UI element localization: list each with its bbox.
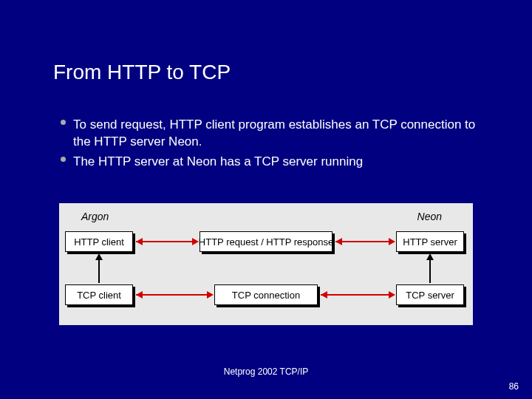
arrow-left-icon	[335, 238, 342, 245]
vertical-line	[429, 259, 431, 283]
box-http-server: HTTP server	[396, 231, 464, 252]
box-http-mid: HTTP request / HTTP response	[200, 231, 332, 252]
connector-line	[136, 294, 208, 296]
bullet-item: The HTTP server at Neon has a TCP server…	[61, 154, 488, 171]
bullet-text: The HTTP server at Neon has a TCP server…	[73, 154, 363, 171]
arrow-right-icon	[389, 238, 395, 245]
arrow-right-icon	[207, 291, 214, 299]
box-tcp-mid: TCP connection	[214, 284, 318, 305]
host-label-argon: Argon	[81, 211, 109, 222]
arrow-left-icon	[136, 238, 143, 245]
arrow-left-icon	[321, 291, 327, 299]
arrow-left-icon	[136, 291, 143, 299]
connector-line	[335, 241, 390, 242]
box-http-client: HTTP client	[65, 231, 133, 252]
footer-text: Netprog 2002 TCP/IP	[0, 366, 532, 377]
vertical-line	[98, 259, 100, 283]
page-number: 86	[509, 381, 519, 392]
bullet-text: To send request, HTTP client program est…	[73, 117, 488, 151]
connector-line	[321, 294, 390, 296]
bullet-list: To send request, HTTP client program est…	[61, 117, 488, 174]
arrow-up-icon	[95, 253, 103, 260]
arrow-right-icon	[389, 291, 395, 299]
host-label-neon: Neon	[417, 211, 442, 222]
slide-title: From HTTP to TCP	[53, 61, 231, 84]
network-diagram: Argon Neon HTTP client HTTP request / HT…	[59, 203, 473, 325]
connector-line	[136, 241, 194, 242]
bullet-item: To send request, HTTP client program est…	[61, 117, 488, 151]
box-tcp-client: TCP client	[65, 284, 133, 305]
arrow-right-icon	[192, 238, 199, 245]
arrow-up-icon	[426, 253, 434, 260]
box-tcp-server: TCP server	[396, 284, 464, 305]
bullet-dot-icon	[61, 120, 66, 125]
bullet-dot-icon	[61, 157, 66, 162]
